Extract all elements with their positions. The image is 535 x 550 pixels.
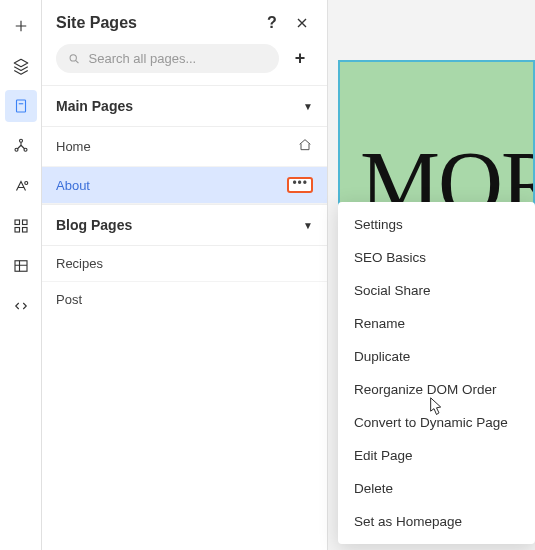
search-box[interactable]: [56, 44, 279, 73]
home-icon: [297, 137, 313, 156]
close-icon[interactable]: [291, 12, 313, 34]
section-blog-pages[interactable]: Blog Pages ▼: [42, 204, 327, 246]
section-title: Main Pages: [56, 98, 133, 114]
chevron-down-icon: ▼: [303, 101, 313, 112]
rail-pages[interactable]: [5, 90, 37, 122]
menu-homepage[interactable]: Set as Homepage: [338, 505, 535, 538]
panel-title: Site Pages: [56, 14, 253, 32]
svg-rect-0: [16, 100, 25, 112]
menu-rename[interactable]: Rename: [338, 307, 535, 340]
chevron-down-icon: ▼: [303, 220, 313, 231]
more-actions-button[interactable]: •••: [287, 177, 313, 193]
panel-header: Site Pages ?: [42, 0, 327, 44]
page-item-about[interactable]: About •••: [42, 167, 327, 204]
search-input[interactable]: [89, 51, 267, 66]
page-label: Home: [56, 139, 91, 154]
rail-code[interactable]: [5, 290, 37, 322]
rail-connections[interactable]: [5, 130, 37, 162]
search-icon: [68, 52, 81, 66]
svg-rect-6: [22, 220, 27, 225]
section-title: Blog Pages: [56, 217, 132, 233]
page-label: Recipes: [56, 256, 103, 271]
svg-point-4: [24, 182, 27, 185]
svg-rect-5: [15, 220, 20, 225]
svg-rect-9: [15, 261, 27, 272]
rail-data[interactable]: [5, 250, 37, 282]
rail-apps[interactable]: [5, 210, 37, 242]
cursor-icon: [424, 396, 444, 422]
menu-duplicate[interactable]: Duplicate: [338, 340, 535, 373]
rail-theme[interactable]: [5, 170, 37, 202]
page-item-post[interactable]: Post: [42, 282, 327, 317]
menu-settings[interactable]: Settings: [338, 208, 535, 241]
page-context-menu: Settings SEO Basics Social Share Rename …: [338, 202, 535, 544]
svg-rect-8: [22, 228, 27, 233]
menu-delete[interactable]: Delete: [338, 472, 535, 505]
menu-edit[interactable]: Edit Page: [338, 439, 535, 472]
page-label: Post: [56, 292, 82, 307]
ellipsis-icon: •••: [292, 177, 308, 189]
pages-panel: Site Pages ? + Main Pages ▼ Home About •…: [42, 0, 328, 550]
page-item-home[interactable]: Home: [42, 127, 327, 167]
svg-point-10: [70, 54, 76, 60]
tool-rail: [0, 0, 42, 550]
help-icon[interactable]: ?: [261, 12, 283, 34]
page-item-recipes[interactable]: Recipes: [42, 246, 327, 282]
rail-add[interactable]: [5, 10, 37, 42]
menu-social[interactable]: Social Share: [338, 274, 535, 307]
page-label: About: [56, 178, 90, 193]
section-main-pages[interactable]: Main Pages ▼: [42, 85, 327, 127]
add-page-button[interactable]: +: [287, 46, 313, 72]
menu-seo[interactable]: SEO Basics: [338, 241, 535, 274]
svg-rect-7: [15, 228, 20, 233]
rail-layers[interactable]: [5, 50, 37, 82]
svg-point-1: [19, 139, 22, 142]
